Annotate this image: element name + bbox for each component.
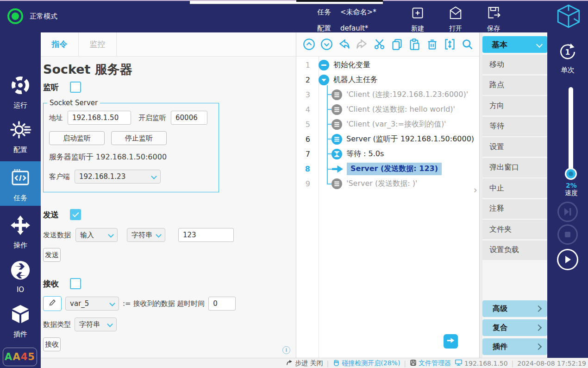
single-run-toggle[interactable]: 1 单次 xyxy=(547,42,588,75)
step-mode-status[interactable]: 步进 关闭 xyxy=(286,359,323,368)
sidebar-item-config[interactable]: 配置 xyxy=(0,117,41,157)
speed-slider-track[interactable] xyxy=(569,87,573,180)
robot-mode-indicator[interactable]: 正常模式 xyxy=(7,8,57,24)
sidebar-item-operate[interactable]: 操作 xyxy=(0,212,41,252)
tree-row[interactable]: 5 'Client (var_3:=接收到的值)' xyxy=(296,117,479,132)
timeout-input[interactable]: 0 xyxy=(208,297,236,311)
sidebar-item-label: IO xyxy=(17,286,24,294)
save-task-button[interactable]: 保存 xyxy=(481,5,507,33)
send-data-input[interactable]: 123 xyxy=(178,228,234,242)
socket-server-form: Socket 服务器 监听 Socket Server 地址 192.168.1… xyxy=(41,57,296,358)
config-name: default* xyxy=(340,24,368,32)
sidebar-item-plugin[interactable]: 插件 xyxy=(0,301,41,343)
tree-row[interactable]: 4 'Client (发送数据: hello world)' xyxy=(296,102,479,117)
sidebar-item-io[interactable]: IO xyxy=(0,258,41,295)
palette-item-waypoint[interactable]: 路点 xyxy=(482,76,547,95)
menu-circle-icon xyxy=(332,119,342,130)
palette-item-payload[interactable]: 设置负载 xyxy=(482,241,547,260)
cut-icon[interactable] xyxy=(373,38,386,51)
tree-row-selected[interactable]: 8 Server (发送数据: 123) xyxy=(296,161,479,176)
port-input[interactable]: 60006 xyxy=(171,111,207,125)
replace-icon[interactable] xyxy=(443,38,457,51)
expand-all-icon[interactable] xyxy=(320,38,333,51)
line-number: 1 xyxy=(296,61,315,70)
palette-section-plugin[interactable]: 插件 xyxy=(482,338,547,355)
info-icon[interactable]: i xyxy=(282,346,290,354)
palette-item-popup[interactable]: 弹出窗口 xyxy=(482,158,547,178)
receive-checkbox[interactable] xyxy=(70,278,81,289)
step-next-button[interactable] xyxy=(557,202,578,222)
task-name: <未命名>* xyxy=(340,8,376,16)
start-listen-button[interactable]: 启动监听 xyxy=(49,131,105,145)
sidebar-item-task[interactable]: 任务 xyxy=(0,161,41,206)
listen-label: 监听 xyxy=(43,82,59,93)
tree-row[interactable]: 2 机器人主任务 xyxy=(296,72,479,87)
listen-checkbox[interactable] xyxy=(70,82,81,93)
expand-panel-chevron[interactable]: › xyxy=(474,184,477,196)
new-task-button[interactable]: 新建 xyxy=(405,5,431,33)
search-icon[interactable] xyxy=(461,38,474,51)
tab-monitor[interactable]: 监控 xyxy=(79,32,117,56)
open-task-button[interactable]: 打开 xyxy=(443,5,469,33)
send-mode-select[interactable]: 输入 xyxy=(75,228,118,242)
menu-circle-icon xyxy=(332,89,342,100)
undo-icon[interactable] xyxy=(338,38,351,51)
socket-server-group: Socket Server 地址 192.168.1.50 开启监听 60006… xyxy=(43,103,219,192)
send-checkbox[interactable] xyxy=(70,209,81,220)
receive-button[interactable]: 接收 xyxy=(43,337,61,351)
sidebar-item-run[interactable]: 运行 xyxy=(0,72,41,112)
separator: | xyxy=(404,360,406,367)
open-file-icon xyxy=(447,5,464,23)
palette-item-comment[interactable]: 注释 xyxy=(482,199,547,219)
program-tree-panel: 1 初始化变量 2 机器人主任务 3 'Client (连接:192.168.1… xyxy=(296,32,480,358)
edit-variable-button[interactable] xyxy=(43,296,62,311)
tree-row[interactable]: 1 初始化变量 xyxy=(296,57,479,72)
palette-item-move[interactable]: 移动 xyxy=(482,55,547,74)
collision-detect-status[interactable]: 碰撞检测开启(28%) xyxy=(332,359,400,368)
next-step-button[interactable] xyxy=(444,334,458,349)
assign-text: := 接收到的数据 超时时间 xyxy=(123,299,205,308)
palette-section-composite[interactable]: 复合 xyxy=(482,319,547,336)
tree-row[interactable]: 7 等待 : 5.0s xyxy=(296,146,479,161)
tree-row[interactable]: 3 'Client (连接:192.168.1.23:6000)' xyxy=(296,87,479,102)
delete-icon[interactable] xyxy=(425,38,439,51)
stop-button[interactable] xyxy=(557,224,578,245)
collapse-all-icon[interactable] xyxy=(302,38,316,51)
palette-item-abort[interactable]: 中止 xyxy=(482,178,547,198)
tab-instruction[interactable]: 指令 xyxy=(41,32,79,56)
file-manager-link[interactable]: 文件管理器 xyxy=(410,359,451,368)
instruction-panel: 指令 监控 Socket 服务器 监听 Socket Server 地址 192… xyxy=(41,32,296,358)
code-window-icon xyxy=(9,167,31,191)
client-select[interactable]: 192.168.1.23 xyxy=(75,170,161,184)
tree-row[interactable]: 6 Server (监听于 192.168.1.50:6000) xyxy=(296,132,479,146)
palette-item-direction[interactable]: 方向 xyxy=(482,96,547,115)
stop-listen-button[interactable]: 停止监听 xyxy=(111,131,167,145)
palette-item-wait[interactable]: 等待 xyxy=(482,117,547,136)
left-sidebar: 运行 配置 任务 xyxy=(0,32,41,368)
tree-row-label: 机器人主任务 xyxy=(333,75,378,85)
separator: | xyxy=(327,360,329,367)
address-input[interactable]: 192.168.1.50 xyxy=(68,111,131,125)
send-type-select[interactable]: 字符串 xyxy=(127,228,165,242)
palette-item-set[interactable]: 设置 xyxy=(482,137,547,157)
play-button[interactable] xyxy=(557,249,578,270)
tree-row[interactable]: 9 'Server (发送数据: )' xyxy=(296,176,479,191)
paste-icon[interactable] xyxy=(408,38,421,51)
send-button[interactable]: 发送 xyxy=(43,248,61,262)
new-file-icon xyxy=(409,5,426,23)
user-badge[interactable]: AA45 xyxy=(3,348,37,366)
redo-icon[interactable] xyxy=(355,38,369,51)
speed-slider-thumb[interactable] xyxy=(565,168,577,180)
top-actions: 新建 打开 保存 xyxy=(405,5,507,33)
copy-icon[interactable] xyxy=(390,38,404,51)
palette-header-basic[interactable]: 基本 xyxy=(482,36,547,53)
hourglass-circle-icon xyxy=(332,149,342,159)
data-type-select[interactable]: 字符串 xyxy=(75,317,117,331)
receive-var-select[interactable]: var_5 xyxy=(65,297,119,311)
tree-row-label: 'Client (连接:192.168.1.23:6000)' xyxy=(346,90,468,100)
palette-item-folder[interactable]: 文件夹 xyxy=(482,220,547,239)
groupbox-title: Socket Server xyxy=(47,99,100,107)
line-number: 4 xyxy=(296,105,315,114)
svg-text:1: 1 xyxy=(565,48,570,57)
palette-section-advanced[interactable]: 高级 xyxy=(482,300,547,317)
